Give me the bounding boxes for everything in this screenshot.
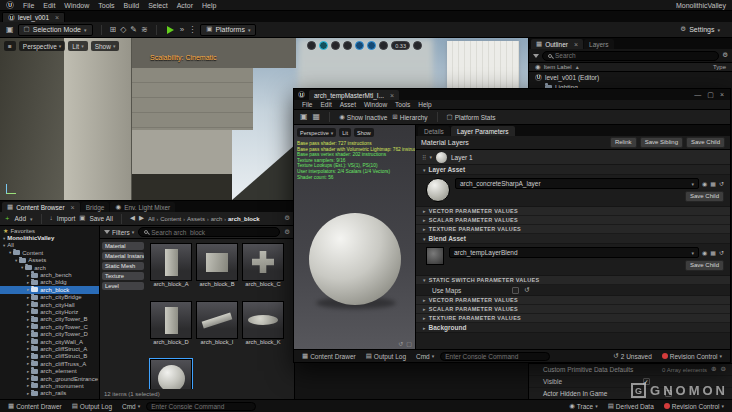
breadcrumb-item[interactable]: All [148,216,155,222]
asset-item[interactable]: arch_block_K [240,300,286,358]
tree-item-content[interactable]: ▾Content [0,249,99,256]
unsaved-status[interactable]: ↺2 Unsaved [609,353,656,360]
filter-chip[interactable]: Material [102,242,144,250]
cmd-select[interactable]: Cmd▾ [118,403,144,410]
rotation-snap-icon[interactable] [367,41,376,50]
filter-chip[interactable]: Texture [102,272,144,280]
outliner-search-input[interactable] [555,52,713,59]
asset-item[interactable]: arch_block_I [194,300,240,358]
view-options-icon[interactable]: ⚙ [284,229,290,236]
close-icon[interactable]: × [574,41,578,48]
tab-bridge[interactable]: Bridge [81,202,110,212]
editor-mode-select[interactable]: ▢ Selection Mode ▾ [18,24,93,36]
tree-item[interactable]: ▸arch_cityHall [0,301,99,308]
gear-icon[interactable]: ⚙ [722,52,728,59]
settings-button[interactable]: ⚙ Settings ▾ [674,24,726,36]
background-header[interactable]: ▸ Background [416,323,730,333]
refresh-icon[interactable]: ↺ [398,340,403,347]
relink-button[interactable]: Relink [610,137,637,148]
visibility-column-icon[interactable]: ◉ [535,64,541,71]
save-child-button[interactable]: Save Child [685,191,724,202]
tree-item[interactable]: ▸arch_monument [0,382,99,389]
add-actor-icon[interactable]: ⊞ [110,26,117,34]
play-button[interactable] [167,26,174,34]
drag-handle-icon[interactable]: ⠿ [422,154,425,161]
outliner-row-level[interactable]: U level_v001 (Editor) [529,72,732,82]
reset-icon[interactable]: ↺ [524,287,529,294]
delete-element-icon[interactable]: ⊖ [721,366,726,373]
section-scalar-params[interactable]: ▸SCALAR PARAMETER VALUES [416,216,730,225]
menu-edit[interactable]: Edit [43,2,55,9]
save-sibling-button[interactable]: Save Sibling [640,137,683,148]
menu-select[interactable]: Select [148,2,167,9]
perspective-select[interactable]: Perspective▾ [297,128,336,137]
tree-item-arch[interactable]: ▾arch [0,264,99,271]
lit-select[interactable]: Lit▾ [68,41,87,51]
section-texture-params[interactable]: ▸TEXTURE PARAMETER VALUES [416,314,730,323]
breadcrumb-item[interactable]: arch [211,216,223,222]
tab-details[interactable]: Details [418,126,450,136]
tree-item[interactable]: ▸arch_bench [0,271,99,278]
layer-asset-thumbnail[interactable] [426,178,450,202]
tree-item[interactable]: ▸arch_cliffStruct_B [0,353,99,360]
save-icon[interactable]: ▣ [300,113,308,121]
window-title-bar[interactable]: U arch_tempMasterMtl_I... × — ▢ × [294,89,730,100]
asset-item[interactable]: arch_block_A [148,242,194,300]
platform-stats-button[interactable]: ▢Platform Stats [447,114,496,121]
outliner-search[interactable] [542,51,719,61]
unreal-logo-icon[interactable]: U [6,1,14,9]
reset-icon[interactable]: ↺ [719,250,724,256]
tab-level[interactable]: U level_v001 × [2,12,65,22]
menu-file[interactable]: File [23,2,34,9]
minimize-icon[interactable]: — [694,91,701,99]
menu-window[interactable]: Window [64,2,89,9]
save-icon[interactable]: ▣ [6,26,14,34]
tree-item-selected[interactable]: ▸arch_block [0,286,99,293]
viewport-menu-icon[interactable]: ≡ [4,41,16,51]
content-drawer-button[interactable]: ▦Content Drawer [4,403,66,410]
use-maps-row[interactable]: Use Maps ↺ [416,285,730,296]
tab-layer-parameters[interactable]: Layer Parameters [451,126,515,136]
forward-icon[interactable]: ▶ [139,215,144,222]
tree-item[interactable]: ▸arch_cityHoriz [0,308,99,315]
expand-icon[interactable]: ▢ [406,340,412,347]
close-icon[interactable]: × [71,204,75,211]
asset-search[interactable] [138,227,280,237]
lit-select[interactable]: Lit [339,128,351,137]
menu-asset[interactable]: Asset [340,101,356,108]
save-child-button[interactable]: Save Child [686,137,725,148]
menu-window[interactable]: Window [364,101,387,108]
breadcrumb-item[interactable]: Assets [187,216,205,222]
project-root-row[interactable]: ▾MonolithicValley [0,234,99,241]
select-tool-icon[interactable] [307,41,316,50]
asset-item[interactable]: arch_block_D [148,300,194,358]
section-static-switch[interactable]: ▾STATIC SWITCH PARAMETER VALUES [416,276,730,285]
show-select[interactable]: Show [354,128,374,137]
perspective-select[interactable]: Perspective▾ [19,41,65,51]
type-column-label[interactable]: Type [713,64,726,70]
rotate-tool-icon[interactable] [331,41,340,50]
filter-icon[interactable] [533,54,539,58]
revision-control-button[interactable]: Revision Control▾ [658,353,726,360]
tab-outliner[interactable]: ▦ Outliner × [531,39,583,49]
back-icon[interactable]: ◀ [130,215,135,222]
material-preview-viewport[interactable]: Perspective▾ Lit Show Base pass shader: … [294,125,416,349]
tree-item-all[interactable]: ▾All [0,242,99,249]
layer-asset-header[interactable]: ▾ Layer Asset [416,165,730,175]
import-button[interactable]: Import [57,215,75,222]
breadcrumb-item[interactable]: Content [160,216,181,222]
blend-asset-select[interactable]: arch_tempLayerBlend▾ [449,247,699,258]
asset-item[interactable]: arch_block_B [194,242,240,300]
asset-search-input[interactable] [151,229,274,236]
menu-edit[interactable]: Edit [320,101,331,108]
save-child-button[interactable]: Save Child [685,260,724,271]
sequencer-icon[interactable]: ✎ [130,26,137,34]
console-input[interactable] [146,402,256,411]
platforms-select[interactable]: ▣ Platforms ▾ [200,24,256,36]
asset-item-selected[interactable]: arch_tempMasterMtl_Inst [148,358,194,389]
camera-speed-button[interactable]: 0.33 [391,41,410,50]
tree-item[interactable]: ▸arch_cityWall_A [0,338,99,345]
tree-item[interactable]: ▸arch_cityTower_B [0,316,99,323]
tab-env-light-mixer[interactable]: ◉ Env. Light Mixer [110,202,175,212]
browse-to-icon[interactable]: ▦ [710,250,716,256]
